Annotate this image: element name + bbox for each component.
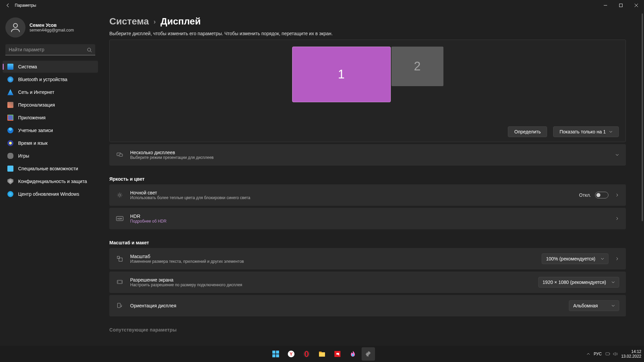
section-related: Сопутствующие параметры (109, 327, 626, 333)
search-input[interactable] (5, 44, 95, 55)
tray-quick-settings[interactable] (605, 351, 618, 357)
nav-item-7[interactable]: Игры (3, 150, 98, 162)
svg-rect-4 (119, 154, 122, 157)
chevron-right-icon (615, 257, 619, 261)
display-mode-value: Показать только на 1 (559, 129, 606, 134)
row-subtitle: Использовать более теплые цвета для блок… (130, 195, 572, 200)
ic-acct-icon (7, 127, 13, 133)
svg-point-1 (13, 23, 17, 27)
ic-time-icon (7, 140, 13, 146)
hdr-link[interactable]: Подробнее об HDR (130, 219, 608, 224)
nav-item-4[interactable]: Приложения (3, 112, 98, 124)
display-2[interactable]: 2 (391, 47, 443, 86)
nav-label: Специальные возможности (18, 166, 78, 171)
nav-item-2[interactable]: Сеть и Интернет (3, 86, 98, 98)
network-icon (605, 351, 610, 357)
search-wrap (5, 44, 95, 55)
row-night-light[interactable]: Ночной свет Использовать более теплые цв… (109, 184, 626, 206)
svg-point-5 (119, 194, 121, 196)
nav-item-5[interactable]: Учетные записи (3, 124, 98, 136)
display-1[interactable]: 1 (292, 47, 391, 102)
window-controls (598, 0, 644, 11)
scrollbar[interactable] (642, 13, 643, 342)
ic-priv-icon (7, 178, 13, 184)
maximize-button[interactable] (613, 0, 629, 11)
back-button[interactable] (3, 0, 13, 11)
system-tray: РУС 14:12 13.02.2022 (586, 349, 641, 359)
taskbar-settings[interactable] (362, 347, 375, 361)
close-button[interactable] (629, 0, 644, 11)
scale-value: 100% (рекомендуется) (546, 256, 595, 261)
hdr-icon: HDR (116, 215, 123, 222)
taskbar-explorer[interactable] (315, 347, 329, 361)
scale-icon (116, 255, 123, 262)
nav-label: Игры (18, 153, 29, 159)
profile[interactable]: Семен Усов semen44igg@gmail.com (3, 13, 98, 44)
row-title: Масштаб (130, 254, 535, 259)
taskbar-yandex[interactable]: Y (284, 347, 298, 361)
tray-overflow[interactable] (586, 352, 590, 356)
breadcrumb: Система › Дисплей (109, 16, 626, 27)
row-hdr[interactable]: HDR HDR Подробнее об HDR (109, 208, 626, 229)
taskbar-opera[interactable] (300, 347, 313, 361)
profile-email: semen44igg@gmail.com (30, 28, 74, 33)
identify-button[interactable]: Определить (508, 126, 547, 137)
taskbar-amd[interactable] (331, 347, 344, 361)
multiple-displays-icon (116, 151, 123, 159)
svg-point-20 (306, 352, 308, 356)
scale-dropdown[interactable]: 100% (рекомендуется) (542, 253, 608, 264)
content: Система › Дисплей Выберите дисплей, чтоб… (109, 16, 626, 342)
nav-label: Время и язык (18, 140, 48, 146)
minimize-button[interactable] (598, 0, 613, 11)
avatar (5, 17, 25, 38)
resolution-value: 644 × 362 (рекомендуется) (543, 280, 606, 285)
nav-item-6[interactable]: Время и язык (3, 137, 98, 149)
search-icon (87, 47, 92, 52)
orientation-dropdown[interactable]: Альбомная (569, 300, 619, 311)
row-title: Ночной свет (130, 190, 572, 195)
nav-item-10[interactable]: Центр обновления Windows (3, 188, 98, 200)
nav: СистемаBluetooth и устройстваСеть и Инте… (3, 61, 98, 200)
section-scale: Масштаб и макет (109, 240, 626, 245)
nav-label: Учетные записи (18, 128, 53, 133)
svg-rect-22 (319, 352, 322, 353)
night-light-icon (116, 191, 123, 199)
taskbar: Y РУС 14:12 13.02.2022 (0, 346, 644, 362)
nav-item-1[interactable]: Bluetooth и устройства (3, 73, 98, 85)
row-subtitle: Выберите режим презентации для дисплеев (130, 155, 608, 160)
nav-label: Центр обновления Windows (18, 191, 79, 197)
start-button[interactable] (269, 347, 282, 361)
tray-clock[interactable]: 14:12 13.02.2022 (621, 349, 641, 359)
row-scale[interactable]: Масштаб Изменение размера текста, прилож… (109, 248, 626, 269)
svg-text:HDR: HDR (117, 218, 122, 220)
breadcrumb-root[interactable]: Система (109, 16, 149, 27)
row-multiple-displays[interactable]: Несколько дисплеев Выберите режим презен… (109, 144, 626, 166)
ic-net-icon (7, 89, 13, 95)
svg-rect-8 (117, 256, 120, 259)
ic-apps-icon (7, 115, 13, 121)
svg-rect-11 (117, 303, 120, 308)
nav-item-0[interactable]: Система (3, 61, 98, 73)
row-title: Несколько дисплеев (130, 150, 608, 155)
nav-item-3[interactable]: Персонализация (3, 99, 98, 111)
nav-label: Сеть и Интернет (18, 89, 54, 95)
svg-rect-0 (620, 4, 623, 7)
tray-language[interactable]: РУС (594, 352, 602, 356)
nav-item-9[interactable]: Конфиденциальность и защита (3, 175, 98, 187)
row-title: HDR (130, 214, 608, 219)
resolution-dropdown[interactable]: 644 × 362 (рекомендуется) (538, 277, 619, 288)
taskbar-app-flame[interactable] (346, 347, 360, 361)
night-light-toggle[interactable] (595, 192, 608, 198)
row-orientation[interactable]: Ориентация дисплея Альбомная (109, 295, 626, 316)
display-arrangement: 1 2 Определить Показать только на 1 (109, 40, 626, 142)
chevron-down-icon (611, 281, 615, 284)
section-brightness: Яркость и цвет (109, 176, 626, 182)
tray-time: 14:12 (621, 349, 641, 354)
display-mode-dropdown[interactable]: Показать только на 1 (553, 126, 619, 137)
row-subtitle: Изменение размера текста, приложений и д… (130, 259, 535, 264)
profile-name: Семен Усов (30, 22, 74, 28)
nav-label: Персонализация (18, 102, 55, 108)
row-resolution[interactable]: Разрешение экрана Настроить разрешение п… (109, 272, 626, 293)
nav-item-8[interactable]: Специальные возможности (3, 163, 98, 175)
nav-label: Конфиденциальность и защита (18, 179, 87, 184)
